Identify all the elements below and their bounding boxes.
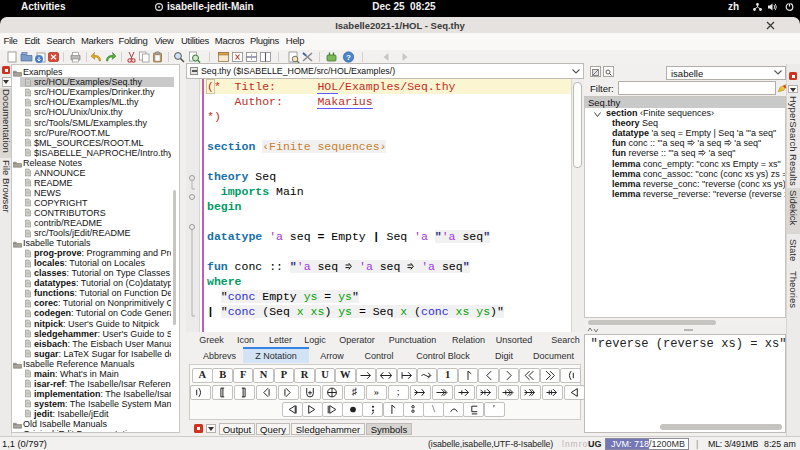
svg-text:?: ? xyxy=(346,53,351,62)
